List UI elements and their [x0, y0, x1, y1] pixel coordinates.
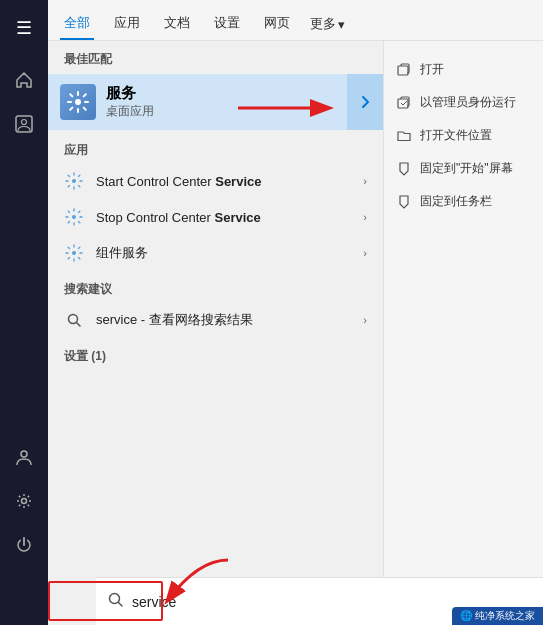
app-label-component: 组件服务 [96, 244, 363, 262]
suggestion-title: 搜索建议 [48, 271, 383, 302]
chevron-icon-start: › [363, 175, 367, 187]
app-item-stop-service[interactable]: Stop Control Center Service › [48, 199, 383, 235]
person-icon[interactable] [4, 437, 44, 477]
svg-point-2 [21, 451, 27, 457]
tab-apps[interactable]: 应用 [110, 8, 144, 40]
watermark: 🌐 纯净系统之家 [452, 607, 543, 625]
action-open[interactable]: 打开 [392, 53, 535, 86]
chevron-icon-component: › [363, 247, 367, 259]
pin-start-icon [396, 161, 412, 177]
suggestion-chevron: › [363, 314, 367, 326]
action-pin-taskbar-label: 固定到任务栏 [420, 193, 492, 210]
app-item-start-service[interactable]: Start Control Center Service › [48, 163, 383, 199]
folder-icon [396, 128, 412, 144]
app-icon-start [64, 171, 84, 191]
svg-point-3 [22, 499, 27, 504]
open-icon [396, 62, 412, 78]
app-icon-component [64, 243, 84, 263]
action-open-label: 打开 [420, 61, 444, 78]
settings-title: 设置 (1) [48, 338, 383, 369]
app-label-stop: Stop Control Center Service [96, 210, 363, 225]
search-bar-icon [108, 592, 124, 611]
svg-point-6 [72, 215, 76, 219]
tab-web[interactable]: 网页 [260, 8, 294, 40]
action-pin-start[interactable]: 固定到"开始"屏幕 [392, 152, 535, 185]
sidebar: ☰ [0, 0, 48, 625]
best-match-item[interactable]: 服务 桌面应用 [48, 74, 383, 130]
watermark-text: 🌐 [460, 610, 475, 621]
svg-rect-9 [398, 66, 408, 75]
svg-point-5 [72, 179, 76, 183]
best-match-name: 服务 [106, 84, 371, 103]
search-suggestion-icon [64, 310, 84, 330]
action-pin-taskbar[interactable]: 固定到任务栏 [392, 185, 535, 218]
svg-point-7 [72, 251, 76, 255]
search-results: 最佳匹配 服务 桌面应用 [48, 41, 383, 577]
watermark-label: 纯净系统之家 [475, 610, 535, 621]
svg-point-1 [22, 120, 27, 125]
admin-icon [396, 95, 412, 111]
service-app-icon [60, 84, 96, 120]
menu-icon[interactable]: ☰ [4, 8, 44, 48]
settings-icon[interactable] [4, 481, 44, 521]
action-admin-label: 以管理员身份运行 [420, 94, 516, 111]
best-match-arrow[interactable] [347, 74, 383, 130]
apps-title: 应用 [48, 132, 383, 163]
suggestion-text: service - 查看网络搜索结果 [96, 311, 363, 329]
right-panel: 打开 以管理员身份运行 [383, 41, 543, 577]
action-folder-label: 打开文件位置 [420, 127, 492, 144]
app-icon-stop [64, 207, 84, 227]
tab-docs[interactable]: 文档 [160, 8, 194, 40]
home-icon[interactable] [4, 60, 44, 100]
tab-more[interactable]: 更多 ▾ [310, 15, 345, 33]
nav-tabs: 全部 应用 文档 设置 网页 更多 ▾ [48, 0, 543, 41]
action-pin-start-label: 固定到"开始"屏幕 [420, 160, 513, 177]
svg-point-4 [75, 99, 81, 105]
tab-all[interactable]: 全部 [60, 8, 94, 40]
action-folder[interactable]: 打开文件位置 [392, 119, 535, 152]
best-match-info: 服务 桌面应用 [106, 84, 371, 120]
app-label-start: Start Control Center Service [96, 174, 363, 189]
tab-settings[interactable]: 设置 [210, 8, 244, 40]
svg-rect-10 [398, 99, 408, 108]
action-admin[interactable]: 以管理员身份运行 [392, 86, 535, 119]
pin-taskbar-icon [396, 194, 412, 210]
user-circle-icon[interactable] [4, 104, 44, 144]
search-suggestion-item[interactable]: service - 查看网络搜索结果 › [48, 302, 383, 338]
best-match-type: 桌面应用 [106, 103, 371, 120]
app-item-component-service[interactable]: 组件服务 › [48, 235, 383, 271]
best-match-title: 最佳匹配 [48, 41, 383, 72]
power-icon[interactable] [4, 525, 44, 565]
chevron-icon-stop: › [363, 211, 367, 223]
